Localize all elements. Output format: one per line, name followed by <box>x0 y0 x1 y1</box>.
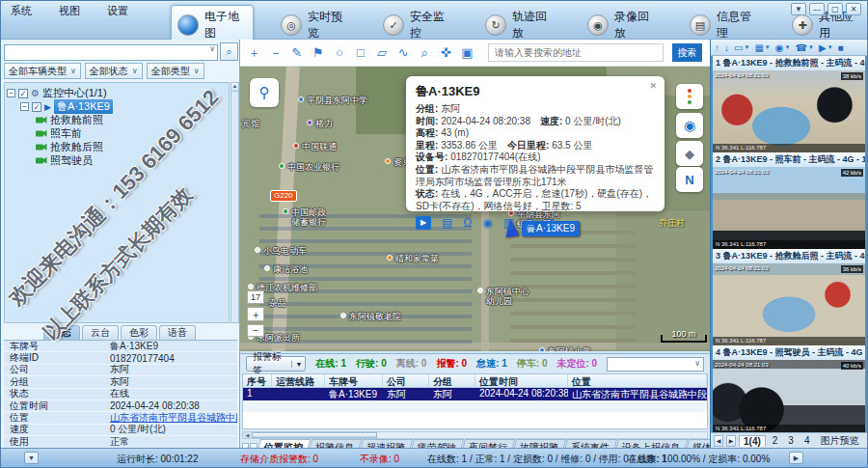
video-title[interactable]: 4 鲁A·13KE9 - 照驾驶员 - 主码流 - 4G - 257... <box>713 345 865 360</box>
tab-ptz[interactable]: 云台 <box>82 325 119 340</box>
tree-node-channel-2[interactable]: 照车前 <box>36 127 227 140</box>
pin-button[interactable]: ▼ <box>791 3 806 15</box>
chevron-down-icon[interactable]: ∨ <box>209 44 215 53</box>
video-title[interactable]: 3 鲁A·13KE9 - 抢救舱后照 - 主码流 - 4G - 1... <box>713 249 865 263</box>
move-down-icon[interactable]: ↓ <box>724 42 729 53</box>
apps-icon[interactable]: ⊞ <box>545 216 555 230</box>
video-tab-4[interactable]: 4 <box>800 435 814 446</box>
grid-layout-icon[interactable]: ▦▼ <box>754 42 770 53</box>
zoom-out-icon[interactable]: － <box>269 46 282 59</box>
tab-voice[interactable]: 语音 <box>159 325 196 340</box>
zoom-in-icon[interactable]: ＋ <box>248 46 260 59</box>
tree-node-channel-4[interactable]: 照驾驶员 <box>36 154 227 167</box>
map-zoom-out-button[interactable]: － <box>247 324 264 337</box>
fullscreen-icon[interactable]: ✜ <box>440 46 452 59</box>
map-search-button[interactable]: 搜索 <box>672 43 702 62</box>
chevron-down-icon[interactable]: ▼ <box>291 361 305 368</box>
map-zoom-in-button[interactable]: ＋ <box>247 307 264 321</box>
menu-system[interactable]: 系统 <box>11 4 32 18</box>
draw-rect-icon[interactable]: □ <box>354 46 366 59</box>
tab-color[interactable]: 色彩 <box>121 325 157 340</box>
page-right-icon[interactable]: ▶ <box>726 435 736 447</box>
checkbox-checked-icon[interactable]: ✓ <box>18 89 28 98</box>
nav-live-preview[interactable]: ◎ 实时预览 <box>275 6 356 44</box>
layers-button[interactable]: ◉ <box>676 113 703 138</box>
nav-track-playback[interactable]: ↻ 轨迹回放 <box>479 6 560 44</box>
video-tile-4[interactable]: 2024-04-24 08:21:03 40 kb/s N 36.341 L:1… <box>713 360 865 433</box>
snapshot-icon[interactable]: ◉ <box>482 216 492 230</box>
map-canvas[interactable]: 平阴县东阿中学 格力 中国联通 中国农业银行 资束聚 G220 中国邮政 储蓄银… <box>240 67 710 351</box>
maximize-button[interactable]: ▢ <box>827 3 843 15</box>
menu-settings[interactable]: 设置 <box>107 4 128 18</box>
collapse-icon[interactable]: − <box>7 89 15 97</box>
search-button[interactable]: ⌕ <box>220 42 238 61</box>
col-group[interactable]: 分组 <box>429 374 475 387</box>
col-loc-time[interactable]: 位置时间 <box>475 374 568 387</box>
video-tab-preview[interactable]: 图片预览 <box>816 434 862 448</box>
north-button[interactable]: N <box>676 167 703 192</box>
stop-icon[interactable]: ■ <box>838 42 844 53</box>
close-icon[interactable]: ✕ <box>649 81 657 91</box>
nav-video-playback[interactable]: ◉ 录像回放 <box>582 6 663 44</box>
draw-line-icon[interactable]: ∿ <box>397 46 410 59</box>
horizontal-scrollbar[interactable]: ◀ <box>242 431 708 439</box>
draw-polygon-icon[interactable]: ▱ <box>376 46 389 59</box>
video-title[interactable]: 2 鲁A·13KE9 - 照车前 - 主码流 - 4G - 125 KB... <box>713 152 865 167</box>
alarm-tag-button[interactable]: 报警标签 ▼ <box>246 356 306 372</box>
scroll-thumb[interactable] <box>252 432 377 438</box>
list-icon[interactable]: ≣ <box>525 216 534 230</box>
monitor-icon[interactable]: ▭▼ <box>734 42 749 53</box>
video-tile-2[interactable]: 2024-04-24 08:21:03 42 kb/s N 36.341 L:1… <box>713 167 865 249</box>
intercom-icon[interactable]: Ω <box>463 216 472 230</box>
flag-icon[interactable]: ⚑ <box>312 46 324 59</box>
video-title[interactable]: 1 鲁A·13KE9 - 抢救舱前照 - 主码流 - 4G - 9... <box>713 56 865 70</box>
nav-info-management[interactable]: ▤ 信息管理 <box>684 6 765 44</box>
video-tab-1[interactable]: 1(4) <box>739 435 766 447</box>
minimize-button[interactable]: — <box>809 3 825 15</box>
tree-node-channel-3[interactable]: 抢救舱后照 <box>36 141 227 153</box>
status-dropdown-button[interactable]: ▼ <box>24 452 39 464</box>
map-3d-button[interactable]: ◆ <box>676 141 703 166</box>
nav-safety-monitor[interactable]: ✓ 安全监控 <box>377 6 458 44</box>
col-route[interactable]: 运营线路 <box>272 374 325 387</box>
video-tile-1[interactable]: 2024-04-24 08:21:03 38 kb/s N 36.341 L:1… <box>713 70 865 152</box>
status-select[interactable]: 全部状态 ∨ <box>85 63 143 79</box>
tree-node-vehicle[interactable]: − ✓ ▶ 鲁A·13KE9 <box>20 100 227 113</box>
video-tile-3[interactable]: 2024-04-24 08:21:03 36 kb/s N 36.341 L:1… <box>713 263 865 345</box>
play-icon[interactable]: ▶ <box>416 216 431 230</box>
scroll-up-icon[interactable]: ▲ <box>231 83 238 92</box>
page-left-icon[interactable]: ◀ <box>714 435 723 447</box>
tree-node-channel-1[interactable]: 抢救舱前照 <box>36 114 227 126</box>
map-search-input[interactable] <box>488 43 664 62</box>
collapse-icon[interactable]: − <box>20 102 29 111</box>
filter-combo[interactable]: ∨ <box>607 357 704 372</box>
move-up-icon[interactable]: ↑ <box>715 42 719 53</box>
tab-status[interactable]: 状态 <box>43 325 80 340</box>
video-tab-3[interactable]: 3 <box>784 435 798 446</box>
col-plate[interactable]: 车牌号 <box>325 374 383 387</box>
checkbox-checked-icon[interactable]: ✓ <box>32 102 41 112</box>
tree-scrollbar[interactable]: ▲ <box>231 82 239 323</box>
status-expand-button[interactable]: ▶ <box>789 452 803 464</box>
table-row-selected[interactable]: 1 鲁A·13KE9 东阿 东阿 2024-04-24 08:20:38 山东省… <box>243 388 707 400</box>
traffic-button[interactable] <box>676 84 703 109</box>
zoom-box-icon[interactable]: ⌕ <box>419 46 431 59</box>
col-company[interactable]: 公司 <box>383 374 429 387</box>
close-button[interactable]: ✕ <box>846 3 861 15</box>
call-icon[interactable]: ☎▼ <box>796 42 814 53</box>
tree-node-monitor-center[interactable]: − ✓ ⚙ 监控中心(1/1) <box>7 87 227 99</box>
col-location[interactable]: 位置 <box>568 374 707 387</box>
vehicle-type-select[interactable]: 全部车辆类型 ∨ <box>4 63 81 79</box>
col-index[interactable]: 序号 <box>243 374 272 387</box>
type-select[interactable]: 全部类型 ∨ <box>147 63 204 79</box>
menu-view[interactable]: 视图 <box>59 4 80 18</box>
video-tab-2[interactable]: 2 <box>769 435 782 446</box>
text-message-icon[interactable]: ▤ <box>442 216 452 230</box>
snapshot-icon[interactable]: ◉▼ <box>775 42 791 53</box>
draw-circle-icon[interactable]: ○ <box>333 46 345 59</box>
measure-icon[interactable]: ✎ <box>290 46 303 59</box>
save-icon[interactable]: ▣ <box>461 46 474 59</box>
scroll-left-icon[interactable]: ◀ <box>243 432 252 438</box>
play-icon[interactable]: ▶▼ <box>819 42 833 53</box>
vehicle-search-input[interactable] <box>4 44 218 61</box>
